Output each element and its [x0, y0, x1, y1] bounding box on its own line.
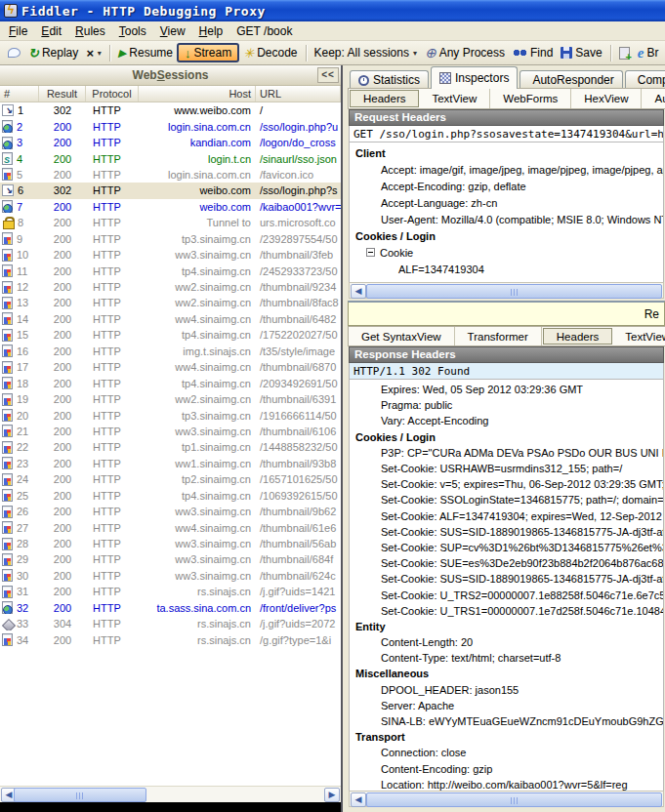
response-tab[interactable]: TextView: [612, 327, 665, 345]
table-row[interactable]: 27 200 HTTP ww4.sinaimg.cn /thumbnail/61…: [0, 519, 341, 535]
table-row[interactable]: 17 200 HTTP ww4.sinaimg.cn /thumbnail/68…: [0, 359, 341, 375]
menu-item[interactable]: Tools: [112, 22, 153, 40]
session-protocol: HTTP: [86, 378, 139, 389]
find-button[interactable]: Find: [509, 44, 557, 61]
table-row[interactable]: 1 302 HTTP www.weibo.com /: [0, 102, 341, 118]
session-protocol: HTTP: [86, 570, 139, 582]
request-tab[interactable]: TextView: [419, 89, 490, 108]
table-row[interactable]: 34 200 HTTP rs.sinajs.cn /g.gif?type=1&i: [0, 631, 341, 647]
table-row[interactable]: 29 200 HTTP ww3.sinaimg.cn /thumbnail/68…: [0, 551, 341, 567]
response-horizontal-scrollbar[interactable]: ◀: [349, 791, 664, 807]
request-horizontal-scrollbar[interactable]: ◀: [349, 282, 664, 299]
table-row[interactable]: 6 302 HTTP weibo.com /sso/login.php?s: [0, 183, 341, 198]
table-row[interactable]: 24 200 HTTP tp2.sinaimg.cn /1657101625/5…: [0, 471, 341, 487]
table-row[interactable]: 16 200 HTTP img.t.sinajs.cn /t35/style/i…: [0, 344, 341, 359]
table-row[interactable]: 4 200 HTTP login.t.cn /sinaurl/sso.json: [0, 150, 341, 166]
column-header-number[interactable]: #: [0, 86, 39, 102]
collapse-expander-icon[interactable]: [366, 248, 375, 257]
table-row[interactable]: 19 200 HTTP ww2.sinaimg.cn /thumbnail/63…: [0, 391, 341, 407]
scroll-left-arrow[interactable]: ◀: [351, 284, 366, 299]
table-row[interactable]: 8 200 HTTP Tunnel to urs.microsoft.co: [0, 215, 341, 230]
table-row[interactable]: 11 200 HTTP tp4.sinaimg.cn /2452933723/5…: [0, 263, 341, 278]
request-tab[interactable]: Headers: [350, 90, 419, 107]
table-row[interactable]: 7 200 HTTP weibo.com /kaibao001?wvr=: [0, 199, 341, 215]
scrollbar-thumb[interactable]: [14, 788, 146, 802]
keep-sessions-dropdown[interactable]: Keep: All sessions▾: [311, 44, 421, 61]
table-row[interactable]: 14 200 HTTP ww4.sinaimg.cn /thumbnail/64…: [0, 311, 341, 327]
session-protocol: HTTP: [86, 634, 139, 646]
resume-button[interactable]: ▶Resume: [114, 44, 177, 61]
table-row[interactable]: 21 200 HTTP ww3.sinaimg.cn /thumbnail/61…: [0, 424, 341, 439]
scroll-left-arrow[interactable]: ◀: [351, 792, 366, 807]
table-row[interactable]: 28 200 HTTP ww3.sinaimg.cn /thumbnail/56…: [0, 536, 341, 551]
request-tab[interactable]: HexView: [571, 89, 642, 108]
scroll-right-arrow[interactable]: ▶: [324, 788, 340, 802]
decode-button[interactable]: ✳Decode: [239, 44, 301, 61]
response-tab[interactable]: Transformer: [455, 327, 542, 345]
table-row[interactable]: 30 200 HTTP ww3.sinaimg.cn /thumbnail/62…: [0, 568, 341, 584]
table-row[interactable]: 10 200 HTTP ww3.sinaimg.cn /thumbnail/3f…: [0, 247, 341, 263]
table-row[interactable]: 13 200 HTTP ww2.sinaimg.cn /thumbnail/8f…: [0, 295, 341, 310]
table-row[interactable]: 12 200 HTTP ww2.sinaimg.cn /thumbnail/92…: [0, 279, 341, 295]
table-row[interactable]: 9 200 HTTP tp3.sinaimg.cn /2392897554/50: [0, 231, 341, 247]
quickexec-command-bar[interactable]: [0, 802, 341, 812]
table-row[interactable]: 31 200 HTTP rs.sinajs.cn /j.gif?uids=142…: [0, 584, 341, 599]
main-tab[interactable]: Inspectors: [431, 66, 518, 89]
session-number: 24: [17, 473, 28, 485]
column-header-protocol[interactable]: Protocol: [86, 86, 139, 102]
session-host: tp4.sinaimg.cn: [139, 490, 256, 502]
column-header-result[interactable]: Result: [39, 86, 86, 102]
comment-button[interactable]: [4, 46, 24, 60]
save-button[interactable]: Save: [557, 44, 605, 61]
request-tab[interactable]: Auth: [642, 89, 665, 108]
session-type-icon: [2, 312, 13, 325]
session-number: 7: [17, 201, 22, 213]
table-row[interactable]: 15 200 HTTP tp4.sinaimg.cn /1752202027/5…: [0, 327, 341, 343]
menu-item[interactable]: File: [2, 22, 34, 40]
table-row[interactable]: 25 200 HTTP tp4.sinaimg.cn /1069392615/5…: [0, 488, 341, 504]
session-protocol: HTTP: [86, 249, 139, 261]
table-row[interactable]: 20 200 HTTP tp3.sinaimg.cn /1916666114/5…: [0, 407, 341, 423]
remove-sessions-button[interactable]: ×▾: [82, 45, 105, 61]
response-encoding-notice[interactable]: Re: [348, 301, 665, 326]
table-row[interactable]: 26 200 HTTP ww3.sinaimg.cn /thumbnail/9b…: [0, 504, 341, 519]
session-url: /: [256, 104, 341, 116]
column-header-url[interactable]: URL: [256, 86, 341, 102]
session-protocol: HTTP: [86, 618, 139, 629]
screenshot-button[interactable]: [615, 45, 634, 61]
menu-item[interactable]: View: [153, 22, 192, 40]
table-row[interactable]: 5 200 HTTP login.sina.com.cn /favicon.ic…: [0, 167, 341, 183]
main-tab[interactable]: Statistics: [350, 70, 429, 89]
main-tab[interactable]: AutoResponder: [520, 70, 622, 89]
session-host: ww1.sinaimg.cn: [139, 458, 256, 469]
response-tab[interactable]: Headers: [543, 328, 612, 345]
table-row[interactable]: 23 200 HTTP ww1.sinaimg.cn /thumbnail/93…: [0, 456, 341, 471]
collapse-panel-button[interactable]: <<: [317, 67, 339, 83]
session-result: 200: [39, 506, 86, 517]
response-tab[interactable]: Get SyntaxView: [349, 327, 455, 345]
replay-button[interactable]: ↻Replay: [24, 44, 82, 61]
table-row[interactable]: 33 304 HTTP rs.sinajs.cn /j.gif?uids=207…: [0, 616, 341, 631]
browse-button[interactable]: eBr: [634, 44, 663, 61]
menu-item[interactable]: Rules: [68, 22, 112, 40]
session-number: 23: [17, 458, 28, 469]
table-row[interactable]: 3 200 HTTP kandian.com /logon/do_cross: [0, 135, 341, 150]
table-row[interactable]: 2 200 HTTP login.sina.com.cn /sso/login.…: [0, 118, 341, 134]
stream-button[interactable]: ↓Stream: [177, 43, 239, 62]
request-tab[interactable]: WebForms: [490, 89, 571, 108]
session-protocol: HTTP: [86, 281, 139, 293]
menu-item[interactable]: GET /book: [229, 22, 299, 40]
menu-item[interactable]: Help: [192, 22, 230, 40]
table-row[interactable]: 18 200 HTTP tp4.sinaimg.cn /2093492691/5…: [0, 375, 341, 390]
session-host: tp4.sinaimg.cn: [139, 378, 256, 389]
scrollbar-thumb[interactable]: [366, 284, 662, 299]
session-host: weibo.com: [139, 201, 256, 213]
table-row[interactable]: 22 200 HTTP tp1.sinaimg.cn /1448858232/5…: [0, 439, 341, 455]
main-tab[interactable]: Comp: [625, 70, 665, 89]
column-header-host[interactable]: Host: [139, 86, 256, 102]
sessions-horizontal-scrollbar[interactable]: ◀ ▶: [0, 786, 341, 802]
menu-item[interactable]: Edit: [34, 22, 68, 40]
scrollbar-thumb[interactable]: [366, 792, 662, 807]
table-row[interactable]: 32 200 HTTP ta.sass.sina.com.cn /front/d…: [0, 600, 341, 616]
any-process-button[interactable]: ⊕Any Process: [421, 44, 509, 61]
